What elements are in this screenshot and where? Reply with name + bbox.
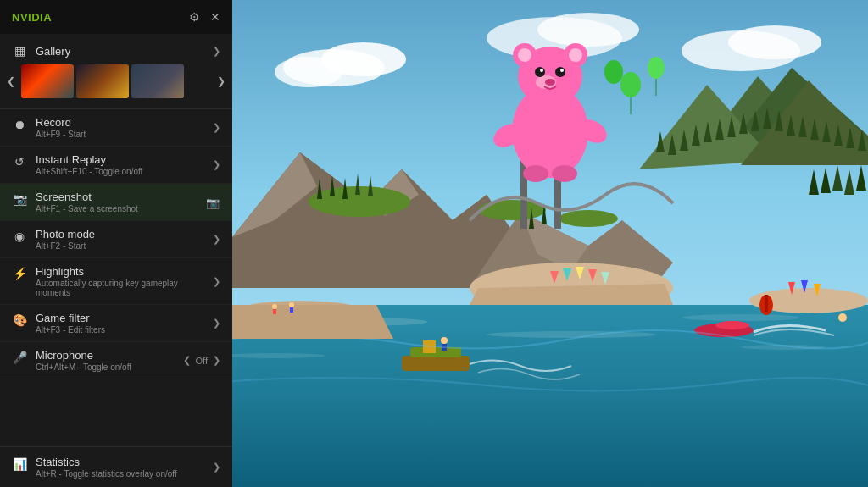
mic-prev-icon[interactable]: ❮ <box>183 355 191 366</box>
statistics-icon: 📊 <box>12 457 27 471</box>
highlights-subtitle: Automatically capturing key gameplay mom… <box>36 279 213 297</box>
gallery-row[interactable]: ▦ Gallery ❯ <box>0 41 232 61</box>
record-chevron: ❯ <box>213 122 220 133</box>
svg-point-86 <box>620 72 641 97</box>
gallery-label: Gallery <box>36 45 70 58</box>
svg-point-57 <box>682 314 800 321</box>
microphone-icon: 🎤 <box>12 351 27 364</box>
sidebar-header: NVIDIA ⚙ ✕ <box>0 0 232 34</box>
sidebar: NVIDIA ⚙ ✕ ▦ Gallery ❯ ❮ ❯ <box>0 0 232 487</box>
header-icons: ⚙ ✕ <box>189 10 220 24</box>
game-filter-chevron: ❯ <box>213 318 220 329</box>
menu-item-microphone[interactable]: 🎤 Microphone Ctrl+Alt+M - Toggle on/off … <box>0 342 232 379</box>
svg-point-66 <box>715 321 749 329</box>
menu-item-photo-mode[interactable]: ◉ Photo mode Alt+F2 - Start ❯ <box>0 221 232 258</box>
highlights-title: Highlights <box>36 265 213 278</box>
game-filter-icon: 🎨 <box>12 313 27 327</box>
instant-replay-title: Instant Replay <box>36 153 142 166</box>
svg-point-63 <box>441 337 448 344</box>
svg-point-7 <box>537 13 639 47</box>
svg-point-107 <box>289 302 294 307</box>
gallery-thumbnails: ❮ ❯ <box>0 61 232 103</box>
menu-item-record[interactable]: ⏺ Record Alt+F9 - Start ❯ <box>0 109 232 147</box>
mic-next-chevron[interactable]: ❯ <box>213 355 220 366</box>
svg-point-77 <box>535 67 545 77</box>
svg-point-38 <box>559 210 618 227</box>
menu-items-list: ⏺ Record Alt+F9 - Start ❯ ↺ Instant Repl… <box>0 109 232 446</box>
highlights-icon: ⚡ <box>12 267 27 280</box>
app-title: NVIDIA <box>12 11 52 24</box>
svg-point-88 <box>648 57 665 79</box>
thumbnail-1[interactable] <box>21 64 74 98</box>
gallery-icon: ▦ <box>12 44 27 58</box>
menu-item-statistics[interactable]: 📊 Statistics Alt+R - Toggle statistics o… <box>0 447 232 487</box>
statistics-title: Statistics <box>36 456 177 468</box>
svg-rect-60 <box>402 356 470 371</box>
photo-mode-icon: ◉ <box>12 230 27 243</box>
menu-item-highlights[interactable]: ⚡ Highlights Automatically capturing key… <box>0 258 232 305</box>
svg-point-90 <box>604 60 623 84</box>
settings-icon[interactable]: ⚙ <box>189 10 200 24</box>
gallery-left: ▦ Gallery <box>12 44 70 58</box>
svg-point-80 <box>560 69 564 72</box>
photo-mode-chevron: ❯ <box>213 234 220 245</box>
gallery-prev[interactable]: ❮ <box>3 74 19 89</box>
thumbnails-container <box>21 64 211 98</box>
sidebar-footer: 📊 Statistics Alt+R - Toggle statistics o… <box>0 446 232 487</box>
gallery-section: ▦ Gallery ❯ ❮ ❯ <box>0 34 232 109</box>
svg-marker-104 <box>232 305 393 339</box>
close-icon[interactable]: ✕ <box>210 10 220 24</box>
record-title: Record <box>36 116 86 129</box>
svg-rect-108 <box>290 307 293 313</box>
statistics-chevron: ❯ <box>213 462 220 473</box>
svg-point-73 <box>518 48 531 62</box>
photo-mode-title: Photo mode <box>36 228 95 241</box>
instant-replay-icon: ↺ <box>12 155 27 169</box>
main-content <box>232 0 868 487</box>
svg-point-5 <box>728 25 821 59</box>
microphone-value: Off <box>196 356 208 366</box>
statistics-subtitle: Alt+R - Toggle statistics overlay on/off <box>36 469 177 479</box>
gallery-next[interactable]: ❯ <box>214 74 229 89</box>
svg-point-3 <box>275 57 342 87</box>
thumbnail-3[interactable] <box>131 64 184 98</box>
game-filter-subtitle: Alt+F3 - Edit filters <box>36 325 105 335</box>
record-icon: ⏺ <box>12 118 27 131</box>
instant-replay-subtitle: Alt+Shift+F10 - Toggle on/off <box>36 167 142 176</box>
screenshot-subtitle: Alt+F1 - Save a screenshot <box>36 204 138 213</box>
svg-point-100 <box>838 313 847 322</box>
svg-point-105 <box>272 304 277 309</box>
microphone-title: Microphone <box>36 349 131 362</box>
svg-point-81 <box>545 79 555 86</box>
photo-mode-subtitle: Alt+F2 - Start <box>36 241 95 251</box>
menu-item-instant-replay[interactable]: ↺ Instant Replay Alt+Shift+F10 - Toggle … <box>0 147 232 184</box>
screenshot-title: Screenshot <box>36 191 138 203</box>
svg-point-78 <box>555 67 565 77</box>
highlights-chevron: ❯ <box>213 276 220 287</box>
microphone-subtitle: Ctrl+Alt+M - Toggle on/off <box>36 362 131 372</box>
instant-replay-chevron: ❯ <box>213 159 220 170</box>
gallery-chevron: ❯ <box>213 46 220 57</box>
svg-rect-102 <box>765 295 768 312</box>
svg-point-84 <box>523 165 548 182</box>
menu-item-screenshot[interactable]: 📷 Screenshot Alt+F1 - Save a screenshot … <box>0 184 232 221</box>
game-background <box>232 0 868 487</box>
screenshot-icon: 📷 <box>12 192 27 206</box>
thumbnail-2[interactable] <box>76 64 129 98</box>
svg-point-56 <box>487 331 656 338</box>
screenshot-camera-icon: 📷 <box>205 196 220 209</box>
svg-point-85 <box>552 165 577 182</box>
game-filter-title: Game filter <box>36 312 105 324</box>
svg-rect-106 <box>273 309 276 314</box>
menu-item-game-filter[interactable]: 🎨 Game filter Alt+F3 - Edit filters ❯ <box>0 305 232 342</box>
game-scene <box>232 0 868 487</box>
svg-point-79 <box>540 69 543 72</box>
record-subtitle: Alt+F9 - Start <box>36 130 86 139</box>
svg-point-75 <box>569 48 582 62</box>
